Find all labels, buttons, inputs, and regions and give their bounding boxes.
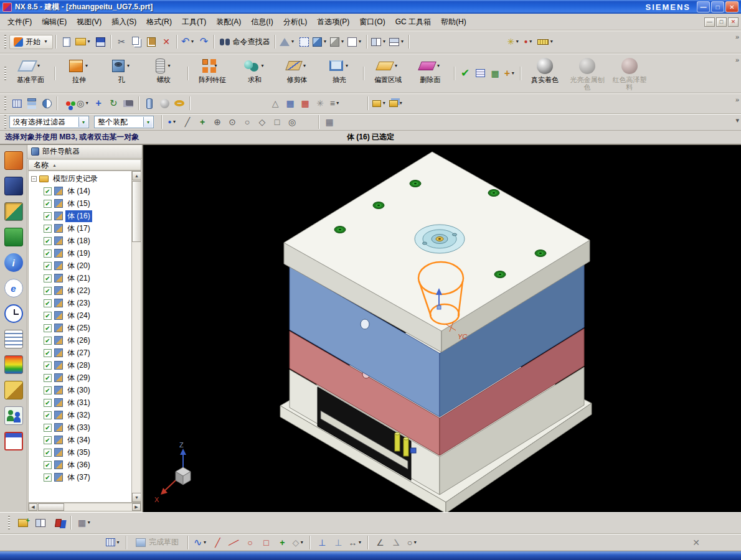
dropdown-caret-icon[interactable]: ▾: [344, 63, 350, 69]
interpart-link-button[interactable]: [142, 95, 157, 111]
process-studio-icon[interactable]: [4, 330, 23, 348]
dropdown-caret-icon[interactable]: ▾: [357, 39, 362, 45]
edit-display-button[interactable]: [60, 95, 75, 111]
part-navigator-icon[interactable]: [4, 202, 23, 221]
snap-endpoint-button[interactable]: +: [195, 114, 210, 130]
checkbox-checked-icon[interactable]: ✔: [44, 362, 52, 370]
toolbar-grip[interactable]: [8, 516, 10, 530]
dropdown-caret-icon[interactable]: ▾: [549, 39, 554, 45]
dropdown-caret-icon[interactable]: ▾: [394, 63, 399, 69]
checkbox-checked-icon[interactable]: ✔: [44, 349, 52, 357]
toolbar-grip[interactable]: [4, 96, 6, 110]
dropdown-caret-icon[interactable]: ▾: [381, 100, 387, 106]
start-menu-button[interactable]: 开始 ▾: [9, 35, 53, 49]
roles-icon[interactable]: [4, 381, 23, 399]
checkbox-checked-icon[interactable]: ✔: [44, 312, 52, 320]
scroll-right-icon[interactable]: ▶: [132, 503, 141, 511]
torus-tool-button[interactable]: [172, 95, 187, 111]
new-file-button[interactable]: [59, 34, 74, 50]
measure-button[interactable]: ▾: [536, 34, 555, 50]
auto-constraint-button[interactable]: ⊥: [331, 534, 346, 551]
sphere-tool-button[interactable]: [157, 95, 172, 111]
snap-quadrant-button[interactable]: ◎: [285, 114, 300, 130]
menu-item[interactable]: 装配(A): [211, 14, 246, 30]
unite-button[interactable]: ▾ 求和: [235, 54, 275, 93]
assembly-navigator-icon[interactable]: [4, 151, 23, 170]
arc-button[interactable]: ╱: [226, 534, 241, 551]
menu-item[interactable]: 工具(T): [177, 14, 211, 30]
dropdown-caret-icon[interactable]: ▾: [322, 39, 328, 45]
checkbox-checked-icon[interactable]: ✔: [44, 212, 52, 220]
dropdown-caret-icon[interactable]: ▾: [86, 39, 92, 45]
window-layout-button[interactable]: ▾: [388, 34, 406, 50]
checkbox-checked-icon[interactable]: ✔: [44, 250, 52, 258]
annotation-table-button[interactable]: ▦: [298, 95, 313, 111]
selection-filter-combo[interactable]: 没有选择过滤器 ▾: [9, 116, 89, 128]
scroll-thumb[interactable]: [132, 181, 141, 242]
move-object-button[interactable]: +: [91, 95, 106, 111]
close-toolbar-button[interactable]: ✕: [689, 534, 704, 551]
tree-item-row[interactable]: ✔ 体 (33): [29, 421, 131, 434]
open-file-button[interactable]: ▾: [74, 34, 93, 50]
dropdown-caret-icon[interactable]: ▾: [172, 119, 177, 125]
tree-item-row[interactable]: ✔ 体 (25): [29, 322, 131, 334]
toolbar-grip[interactable]: [4, 67, 6, 80]
command-finder-button[interactable]: 命令查找器: [217, 37, 272, 47]
dropdown-caret-icon[interactable]: ▾: [528, 39, 534, 45]
scroll-left-icon[interactable]: ◀: [29, 503, 37, 511]
toolbar-overflow-icon[interactable]: »: [735, 96, 739, 103]
mold-assembly-model[interactable]: [280, 152, 592, 512]
dropdown-caret-icon[interactable]: ▾: [299, 539, 304, 546]
child-restore-button[interactable]: □: [716, 17, 727, 27]
new-scene-button[interactable]: +: [16, 515, 31, 531]
bookmark-red-button[interactable]: [50, 515, 65, 531]
shaded-view-button[interactable]: ▾: [311, 34, 329, 50]
system-scene-icon[interactable]: [4, 432, 23, 450]
snap-midpoint-button[interactable]: ◇: [255, 114, 270, 130]
settings-button[interactable]: ✳: [313, 95, 328, 111]
web-browser-icon[interactable]: e: [4, 279, 23, 297]
tree-item-row[interactable]: ✔ 体 (16): [29, 210, 131, 222]
menu-item[interactable]: 编辑(E): [37, 14, 72, 30]
checkbox-checked-icon[interactable]: ✔: [44, 324, 52, 332]
dropdown-caret-icon[interactable]: ▾: [126, 63, 131, 69]
save-button[interactable]: [93, 34, 108, 50]
child-minimize-button[interactable]: —: [704, 17, 715, 27]
undo-button[interactable]: ↶▾: [180, 34, 196, 50]
menu-item[interactable]: 文件(F): [2, 14, 37, 30]
spreadsheet-table-button[interactable]: ▦: [283, 95, 298, 111]
toolbar-grip[interactable]: [4, 35, 6, 49]
tree-item-row[interactable]: ✔ 体 (19): [29, 247, 131, 259]
swap-views-button[interactable]: [33, 515, 48, 531]
dropdown-caret-icon[interactable]: ▾: [339, 39, 345, 45]
pattern-feature-button[interactable]: ▾ 阵列特征: [192, 54, 232, 93]
redo-button[interactable]: ↷: [196, 34, 211, 50]
locating-ring[interactable]: [415, 225, 465, 253]
line-button[interactable]: ╱: [210, 534, 225, 551]
extrude-button[interactable]: ▾ 拉伸: [59, 54, 99, 93]
maximize-button[interactable]: □: [711, 1, 724, 12]
checkbox-checked-icon[interactable]: ✔: [44, 374, 52, 382]
bright-metal-button[interactable]: 光亮金属刨色: [567, 54, 607, 93]
scroll-down-icon[interactable]: ▼: [132, 493, 141, 502]
constraint-button[interactable]: ⊥: [314, 534, 329, 551]
tree-item-row[interactable]: ✔ 体 (21): [29, 272, 131, 284]
cut-button[interactable]: ✂: [114, 34, 129, 50]
dropdown-caret-icon[interactable]: ▾: [335, 100, 341, 106]
wcs-dynamics-button[interactable]: +▾: [503, 65, 517, 82]
tree-root-row[interactable]: − 模型历史记录: [29, 172, 131, 185]
toolbar-overflow-icon[interactable]: ▾: [735, 116, 739, 124]
palette-icon[interactable]: [4, 355, 23, 374]
paste-button[interactable]: [144, 34, 159, 50]
datum-grid-button[interactable]: [9, 95, 24, 111]
grouping-button[interactable]: ≡▾: [328, 95, 342, 111]
tree-item-row[interactable]: ✔ 体 (31): [29, 396, 131, 409]
true-shading-button[interactable]: 真实着色: [525, 54, 565, 93]
profile-button[interactable]: ∿▾: [192, 534, 209, 551]
checkbox-checked-icon[interactable]: ✔: [44, 237, 52, 245]
dropdown-caret-icon[interactable]: ▾: [260, 63, 265, 69]
menu-item[interactable]: 窗口(O): [354, 14, 390, 30]
menu-item[interactable]: 首选项(P): [312, 14, 354, 30]
assembly-constraints-button[interactable]: ▾: [371, 95, 388, 111]
checkbox-checked-icon[interactable]: ✔: [44, 424, 52, 432]
